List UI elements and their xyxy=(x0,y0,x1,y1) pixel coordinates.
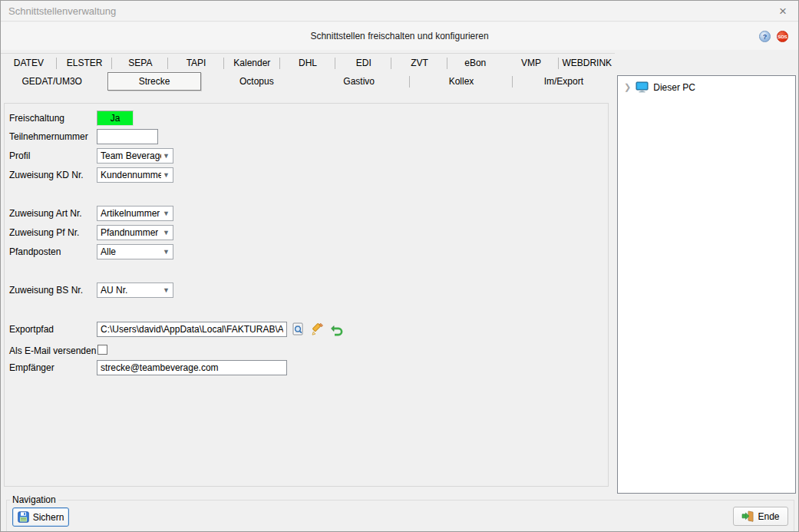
profil-label: Profil xyxy=(9,148,30,164)
sos-icon[interactable]: SOS xyxy=(777,31,788,42)
title-bar: Schnittstellenverwaltung × xyxy=(1,1,798,21)
empfaenger-field[interactable] xyxy=(97,360,287,375)
pfandposten-label: Pfandposten xyxy=(9,244,61,259)
tab-gedat-um3o[interactable]: GEDAT/UM3O xyxy=(1,72,103,91)
window-title: Schnittstellenverwaltung xyxy=(8,5,116,17)
pfandposten-selected-value: Alle xyxy=(101,246,116,257)
tab-ebon[interactable]: eBon xyxy=(447,54,504,72)
zuweisung-pf-label: Zuweisung Pf Nr. xyxy=(9,225,79,240)
chevron-down-icon: ▼ xyxy=(163,248,170,256)
tab-elster[interactable]: ELSTER xyxy=(57,54,113,72)
zuweisung-art-select[interactable]: Artikelnummer ▼ xyxy=(97,206,173,221)
empfaenger-label: Empfänger xyxy=(9,360,54,375)
exit-door-icon xyxy=(741,511,754,522)
zuweisung-pf-select[interactable]: Pfandnummer ▼ xyxy=(97,225,173,240)
tab-strip-row1: DATEV ELSTER SEPA TAPI Kalender DHL EDI … xyxy=(1,53,615,72)
tab-zvt[interactable]: ZVT xyxy=(391,54,447,72)
tab-tapi[interactable]: TAPI xyxy=(168,54,224,72)
save-button-label: Sichern xyxy=(33,512,64,523)
zuweisung-art-label: Zuweisung Art Nr. xyxy=(9,206,82,221)
pfandposten-select[interactable]: Alle ▼ xyxy=(97,244,173,259)
end-button-label: Ende xyxy=(758,511,779,522)
chevron-down-icon: ▼ xyxy=(163,229,170,236)
chevron-right-icon[interactable]: ❯ xyxy=(624,82,631,92)
zuweisung-kd-select[interactable]: Kundennummer ▼ xyxy=(97,167,173,183)
chevron-down-icon: ▼ xyxy=(163,286,170,294)
chevron-down-icon: ▼ xyxy=(163,210,170,217)
email-versenden-checkbox[interactable] xyxy=(97,345,107,355)
end-button[interactable]: Ende xyxy=(733,507,788,526)
zuweisung-kd-label: Zuweisung KD Nr. xyxy=(9,167,84,183)
help-icon[interactable]: ? xyxy=(759,31,771,42)
navigation-group-label: Navigation xyxy=(10,494,58,505)
save-floppy-icon xyxy=(18,511,29,523)
page-title: Schnittstellen freischalten und konfigur… xyxy=(1,31,798,41)
zuweisung-bs-selected-value: AU Nr. xyxy=(101,285,127,296)
profil-select[interactable]: Team Beverage ▼ xyxy=(97,148,173,164)
save-button[interactable]: Sichern xyxy=(12,507,69,527)
exportpfad-field[interactable] xyxy=(97,322,287,337)
zuweisung-kd-selected-value: Kundennummer xyxy=(101,170,161,180)
teilnehmernummer-label: Teilnehmernummer xyxy=(9,129,88,144)
tab-im-export[interactable]: Im/Export xyxy=(513,72,615,91)
freischaltung-label: Freischaltung xyxy=(9,111,64,126)
zuweisung-art-selected-value: Artikelnummer xyxy=(101,208,160,219)
strecke-form-panel: Freischaltung Ja Teilnehmernummer Profil… xyxy=(4,103,609,487)
zuweisung-bs-select[interactable]: AU Nr. ▼ xyxy=(97,283,173,298)
schnittstellenverwaltung-window: Schnittstellenverwaltung × Schnittstelle… xyxy=(0,0,799,532)
close-icon[interactable]: × xyxy=(775,4,791,19)
tab-datev[interactable]: DATEV xyxy=(1,54,57,72)
tab-edi[interactable]: EDI xyxy=(335,54,391,72)
zuweisung-pf-selected-value: Pfandnummer xyxy=(101,227,158,238)
computer-icon xyxy=(636,81,649,93)
email-versenden-label: Als E-Mail versenden xyxy=(9,343,96,359)
tree-item-label: Dieser PC xyxy=(653,82,695,93)
tab-strip-row2: GEDAT/UM3O Strecke Octopus Gastivo Kolle… xyxy=(1,72,615,91)
tab-gastivo[interactable]: Gastivo xyxy=(308,72,410,91)
browse-path-icon[interactable] xyxy=(292,322,305,336)
navigation-group: Navigation Sichern xyxy=(6,500,794,532)
profil-selected-value: Team Beverage xyxy=(101,150,161,161)
target-tree-panel: ❯ Dieser PC xyxy=(617,75,796,494)
tab-strecke-selected[interactable]: Strecke xyxy=(107,72,201,91)
chevron-down-icon: ▼ xyxy=(163,171,170,179)
exportpfad-label: Exportpfad xyxy=(9,322,54,337)
tab-dhl[interactable]: DHL xyxy=(280,54,336,72)
tab-kalender[interactable]: Kalender xyxy=(224,54,280,72)
freischaltung-status-badge[interactable]: Ja xyxy=(97,111,134,126)
header-strip: Schnittstellen freischalten und konfigur… xyxy=(1,22,798,50)
tab-webdrink[interactable]: WEBDRINK xyxy=(559,54,615,72)
tree-item-dieser-pc[interactable]: ❯ Dieser PC xyxy=(624,81,695,93)
reset-path-undo-icon[interactable] xyxy=(330,323,344,337)
tab-vmp[interactable]: VMP xyxy=(504,54,560,72)
tab-sepa[interactable]: SEPA xyxy=(112,54,168,72)
chevron-down-icon: ▼ xyxy=(163,152,170,160)
tab-octopus[interactable]: Octopus xyxy=(206,72,308,91)
tab-strecke[interactable]: Strecke xyxy=(103,72,205,91)
edit-path-pencil-icon[interactable] xyxy=(311,322,325,336)
teilnehmernummer-field[interactable] xyxy=(97,129,158,144)
zuweisung-bs-label: Zuweisung BS Nr. xyxy=(9,283,83,298)
tab-kollex[interactable]: Kollex xyxy=(410,72,512,91)
